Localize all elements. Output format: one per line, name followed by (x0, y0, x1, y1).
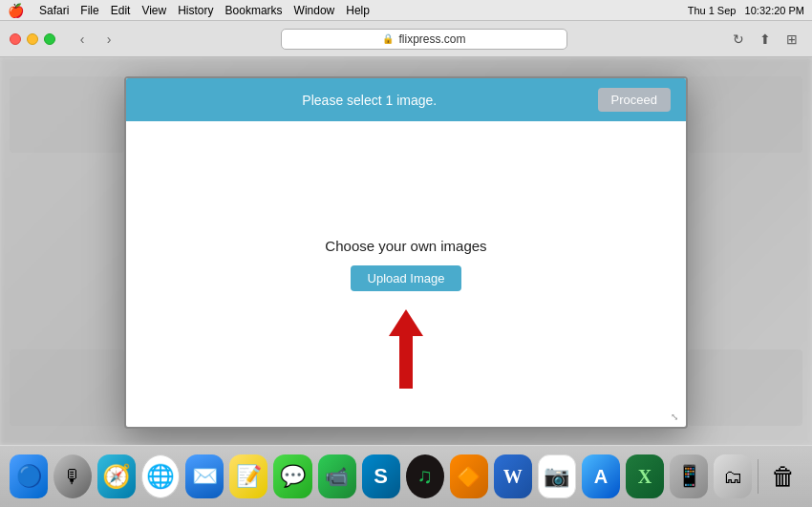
arrow-head-up (389, 309, 423, 336)
lock-icon: 🔒 (382, 33, 394, 44)
dock-item-appstore[interactable]: A (582, 454, 620, 498)
arrow-shaft (399, 336, 413, 389)
menubar-edit[interactable]: Edit (111, 4, 131, 17)
menubar-safari[interactable]: Safari (39, 4, 69, 17)
apple-menu[interactable]: 🍎 (8, 3, 24, 18)
minimize-button[interactable] (27, 33, 38, 45)
address-bar[interactable]: 🔒 flixpress.com (281, 29, 567, 50)
upload-image-button[interactable]: Upload Image (351, 265, 462, 291)
dock-item-spotify[interactable]: ♫ (406, 454, 444, 498)
modal-dialog: Please select 1 image. Proceed Choose yo… (124, 76, 688, 429)
resize-handle[interactable]: ⤡ (671, 412, 684, 425)
dock-item-vlc[interactable]: 🔶 (450, 454, 488, 498)
dock-item-chrome[interactable]: 🌐 (141, 454, 180, 498)
close-button[interactable] (10, 33, 21, 45)
dock-item-misc2[interactable]: 🗂 (714, 454, 752, 498)
modal-title: Please select 1 image. (302, 93, 437, 108)
dock-item-photos[interactable]: 📷 (538, 454, 576, 498)
proceed-button[interactable]: Proceed (598, 88, 671, 112)
new-tab-button[interactable]: ⊞ (781, 29, 802, 50)
refresh-button[interactable]: ↻ (728, 29, 749, 50)
browser-actions: ↻ ⬆ ⊞ (728, 29, 802, 50)
dock-item-facetime[interactable]: 📹 (318, 454, 356, 498)
dock-item-notes[interactable]: 📝 (229, 454, 267, 498)
menubar-right: Thu 1 Sep 10:32:20 PM (688, 5, 804, 16)
menubar-items: Safari File Edit View History Bookmarks … (39, 4, 370, 17)
modal-body: Choose your own images Upload Image ⤡ (126, 121, 686, 427)
back-button[interactable]: ‹ (71, 30, 94, 49)
dock-item-word[interactable]: W (494, 454, 532, 498)
choose-images-label: Choose your own images (325, 238, 486, 254)
dock-item-messages[interactable]: 💬 (273, 454, 311, 498)
modal-header: Please select 1 image. Proceed (126, 78, 686, 121)
dock: 🔵 🎙 🧭 🌐 ✉️ 📝 💬 📹 S ♫ 🔶 W 📷 (0, 445, 812, 507)
dock-item-safari[interactable]: 🧭 (97, 454, 136, 498)
menubar-bookmarks[interactable]: Bookmarks (225, 4, 283, 17)
fullscreen-button[interactable] (44, 33, 55, 45)
dock-separator (758, 459, 759, 494)
browser-chrome: ‹ › 🔒 flixpress.com ↻ ⬆ ⊞ (0, 21, 812, 57)
arrow-annotation (389, 309, 423, 389)
forward-button[interactable]: › (97, 30, 120, 49)
menubar-history[interactable]: History (178, 4, 213, 17)
modal-overlay: Please select 1 image. Proceed Choose yo… (0, 57, 812, 445)
dock-item-misc1[interactable]: 📱 (670, 454, 708, 498)
dock-item-finder[interactable]: 🔵 (10, 454, 48, 498)
menubar-file[interactable]: File (80, 4, 98, 17)
menubar: 🍎 Safari File Edit View History Bookmark… (0, 0, 812, 21)
dock-item-skype[interactable]: S (362, 454, 400, 498)
traffic-lights (10, 33, 55, 45)
browser-nav: ‹ › (71, 30, 120, 49)
dock-item-excel[interactable]: X (626, 454, 664, 498)
dock-item-trash[interactable]: 🗑 (764, 454, 802, 498)
browser-content: Please select 1 image. Proceed Choose yo… (0, 57, 812, 445)
dock-item-siri[interactable]: 🎙 (53, 454, 92, 498)
menubar-view[interactable]: View (141, 4, 166, 17)
menubar-window[interactable]: Window (294, 4, 335, 17)
menubar-datetime: Thu 1 Sep 10:32:20 PM (688, 5, 804, 16)
menubar-help[interactable]: Help (346, 4, 370, 17)
dock-item-mail[interactable]: ✉️ (185, 454, 224, 498)
url-text: flixpress.com (398, 32, 465, 46)
share-button[interactable]: ⬆ (755, 29, 776, 50)
